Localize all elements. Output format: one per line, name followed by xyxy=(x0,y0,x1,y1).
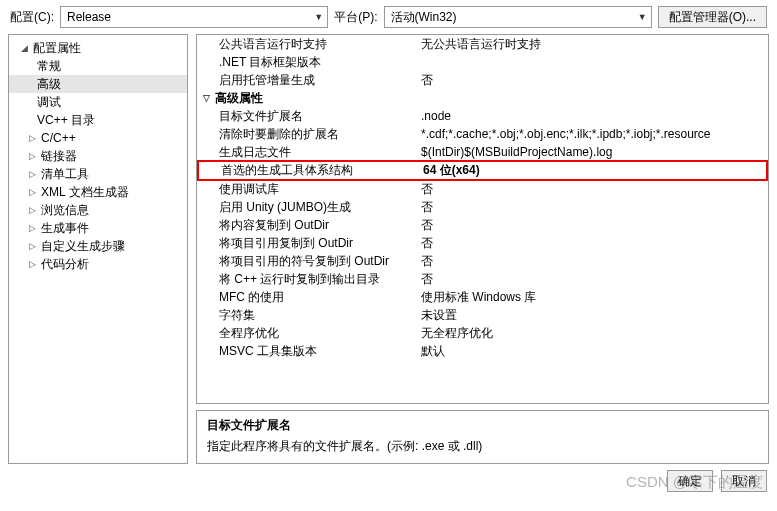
tree-item[interactable]: ▷XML 文档生成器 xyxy=(9,183,187,201)
prop-key: 启用 Unity (JUMBO)生成 xyxy=(197,199,415,216)
property-row[interactable]: 将内容复制到 OutDir否 xyxy=(197,216,768,234)
property-row[interactable]: MSVC 工具集版本默认 xyxy=(197,342,768,360)
prop-val: 64 位(x64) xyxy=(417,162,766,179)
property-row[interactable]: .NET 目标框架版本 xyxy=(197,53,768,71)
expand-icon: ▽ xyxy=(201,93,211,103)
prop-val: 否 xyxy=(415,199,768,216)
platform-combo[interactable]: 活动(Win32) ▼ xyxy=(384,6,652,28)
tree-item-label: XML 文档生成器 xyxy=(41,184,129,201)
tree-item-label: C/C++ xyxy=(41,131,76,145)
property-row[interactable]: 字符集未设置 xyxy=(197,306,768,324)
property-row[interactable]: MFC 的使用使用标准 Windows 库 xyxy=(197,288,768,306)
prop-val: 未设置 xyxy=(415,307,768,324)
group-header[interactable]: ▽ 高级属性 xyxy=(197,89,768,107)
config-manager-button[interactable]: 配置管理器(O)... xyxy=(658,6,767,28)
expand-icon: ▷ xyxy=(27,241,37,251)
prop-key: 将项目引用复制到 OutDir xyxy=(197,235,415,252)
prop-key: 生成日志文件 xyxy=(197,144,415,161)
property-row[interactable]: 清除时要删除的扩展名*.cdf;*.cache;*.obj;*.obj.enc;… xyxy=(197,125,768,143)
prop-key: 目标文件扩展名 xyxy=(197,108,415,125)
prop-key: 公共语言运行时支持 xyxy=(197,36,415,53)
prop-key: MSVC 工具集版本 xyxy=(197,343,415,360)
tree-item[interactable]: 常规 xyxy=(9,57,187,75)
prop-val: *.cdf;*.cache;*.obj;*.obj.enc;*.ilk;*.ip… xyxy=(415,127,768,141)
tree-item-label: 调试 xyxy=(37,94,61,111)
property-row[interactable]: 启用托管增量生成否 xyxy=(197,71,768,89)
desc-text: 指定此程序将具有的文件扩展名。(示例: .exe 或 .dll) xyxy=(207,438,758,455)
tree-item[interactable]: ▷链接器 xyxy=(9,147,187,165)
tree-item[interactable]: ▷浏览信息 xyxy=(9,201,187,219)
tree-item[interactable]: ▷代码分析 xyxy=(9,255,187,273)
property-row[interactable]: 生成日志文件$(IntDir)$(MSBuildProjectName).log xyxy=(197,143,768,161)
prop-val: 无公共语言运行时支持 xyxy=(415,36,768,53)
expand-icon: ▷ xyxy=(27,187,37,197)
property-row[interactable]: 将 C++ 运行时复制到输出目录否 xyxy=(197,270,768,288)
collapse-icon: ◢ xyxy=(19,43,29,53)
config-label: 配置(C): xyxy=(10,9,54,26)
prop-key: 启用托管增量生成 xyxy=(197,72,415,89)
tree-panel: ◢ 配置属性 常规高级调试VC++ 目录▷C/C++▷链接器▷清单工具▷XML … xyxy=(8,34,188,464)
tree-item-label: 生成事件 xyxy=(41,220,89,237)
expand-icon: ▷ xyxy=(27,151,37,161)
prop-key: 将项目引用的符号复制到 OutDir xyxy=(197,253,415,270)
prop-val: 否 xyxy=(415,253,768,270)
platform-value: 活动(Win32) xyxy=(391,9,457,26)
tree-root[interactable]: ◢ 配置属性 xyxy=(9,39,187,57)
prop-val: 否 xyxy=(415,181,768,198)
prop-val: 默认 xyxy=(415,343,768,360)
tree-item-label: 链接器 xyxy=(41,148,77,165)
tree-item[interactable]: ▷清单工具 xyxy=(9,165,187,183)
prop-key: 将内容复制到 OutDir xyxy=(197,217,415,234)
property-grid: 公共语言运行时支持无公共语言运行时支持.NET 目标框架版本启用托管增量生成否 … xyxy=(196,34,769,404)
prop-val: 否 xyxy=(415,72,768,89)
prop-key: 使用调试库 xyxy=(197,181,415,198)
prop-key: 字符集 xyxy=(197,307,415,324)
tree-item[interactable]: ▷生成事件 xyxy=(9,219,187,237)
property-row-highlight[interactable]: 首选的生成工具体系结构 64 位(x64) xyxy=(199,162,766,179)
config-value: Release xyxy=(67,10,111,24)
tree-item-label: VC++ 目录 xyxy=(37,112,95,129)
prop-key: 首选的生成工具体系结构 xyxy=(199,162,417,179)
tree-item-label: 自定义生成步骤 xyxy=(41,238,125,255)
highlight-box: 首选的生成工具体系结构 64 位(x64) xyxy=(197,160,768,181)
ok-button[interactable]: 确定 xyxy=(667,470,713,492)
property-row[interactable]: 启用 Unity (JUMBO)生成否 xyxy=(197,198,768,216)
property-row[interactable]: 将项目引用的符号复制到 OutDir否 xyxy=(197,252,768,270)
prop-key: 清除时要删除的扩展名 xyxy=(197,126,415,143)
chevron-down-icon: ▼ xyxy=(314,12,323,22)
tree-item[interactable]: ▷C/C++ xyxy=(9,129,187,147)
expand-icon: ▷ xyxy=(27,169,37,179)
tree-item[interactable]: 高级 xyxy=(9,75,187,93)
expand-icon: ▷ xyxy=(27,133,37,143)
prop-val: 否 xyxy=(415,217,768,234)
expand-icon: ▷ xyxy=(27,223,37,233)
tree-item-label: 常规 xyxy=(37,58,61,75)
tree-item[interactable]: 调试 xyxy=(9,93,187,111)
property-row[interactable]: 公共语言运行时支持无公共语言运行时支持 xyxy=(197,35,768,53)
prop-val: 无全程序优化 xyxy=(415,325,768,342)
tree-item-label: 代码分析 xyxy=(41,256,89,273)
tree-item[interactable]: VC++ 目录 xyxy=(9,111,187,129)
chevron-down-icon: ▼ xyxy=(638,12,647,22)
tree-item-label: 高级 xyxy=(37,76,61,93)
platform-label: 平台(P): xyxy=(334,9,377,26)
desc-title: 目标文件扩展名 xyxy=(207,417,758,434)
prop-key: 全程序优化 xyxy=(197,325,415,342)
prop-key: MFC 的使用 xyxy=(197,289,415,306)
property-row[interactable]: 全程序优化无全程序优化 xyxy=(197,324,768,342)
property-row[interactable]: 将项目引用复制到 OutDir否 xyxy=(197,234,768,252)
prop-val: 否 xyxy=(415,271,768,288)
property-row[interactable]: 目标文件扩展名.node xyxy=(197,107,768,125)
prop-val: 使用标准 Windows 库 xyxy=(415,289,768,306)
expand-icon: ▷ xyxy=(27,205,37,215)
tree-item[interactable]: ▷自定义生成步骤 xyxy=(9,237,187,255)
expand-icon: ▷ xyxy=(27,259,37,269)
prop-key: .NET 目标框架版本 xyxy=(197,54,415,71)
config-combo[interactable]: Release ▼ xyxy=(60,6,328,28)
cancel-button[interactable]: 取消 xyxy=(721,470,767,492)
prop-val: .node xyxy=(415,109,768,123)
property-row[interactable]: 使用调试库否 xyxy=(197,180,768,198)
description-panel: 目标文件扩展名 指定此程序将具有的文件扩展名。(示例: .exe 或 .dll) xyxy=(196,410,769,464)
tree-item-label: 浏览信息 xyxy=(41,202,89,219)
prop-key: 将 C++ 运行时复制到输出目录 xyxy=(197,271,415,288)
